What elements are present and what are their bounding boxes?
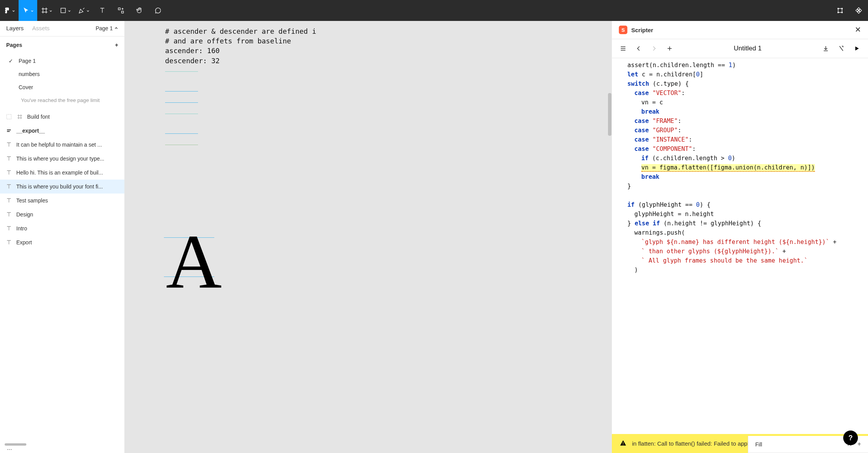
canvas-scrollbar[interactable] bbox=[608, 93, 611, 136]
layer-name: This is where you design your type... bbox=[16, 156, 104, 162]
glyph-preview: A bbox=[166, 223, 222, 300]
canvas[interactable]: # ascender & descender are defined i# an… bbox=[125, 21, 611, 453]
shape-tool-button[interactable] bbox=[56, 0, 74, 21]
script-doc-title[interactable]: Untitled 1 bbox=[682, 45, 814, 52]
layer-name: Build font bbox=[27, 114, 50, 120]
code-line: ` All glyph frames should be the same he… bbox=[627, 256, 868, 265]
help-button[interactable]: ? bbox=[843, 431, 858, 445]
frame-icon bbox=[16, 114, 23, 120]
layer-item[interactable]: Design bbox=[0, 207, 124, 221]
layer-name: This is where you build your font fi... bbox=[16, 183, 103, 190]
svg-rect-3 bbox=[838, 9, 842, 12]
typography-guides bbox=[165, 71, 198, 164]
text-icon bbox=[5, 225, 12, 232]
layer-item[interactable]: Intro bbox=[0, 221, 124, 235]
left-sidebar: Layers Assets Page 1 Pages + ✓Page 1numb… bbox=[0, 21, 125, 453]
svg-point-6 bbox=[838, 12, 839, 13]
frame-tool-button[interactable] bbox=[37, 0, 56, 21]
layer-name: It can be helpful to maintain a set ... bbox=[16, 142, 102, 148]
layer-item[interactable]: __export__ bbox=[0, 124, 124, 138]
boolean-tool-button[interactable] bbox=[849, 0, 868, 21]
text-tool-button[interactable] bbox=[93, 0, 112, 21]
page-selector[interactable]: Page 1 bbox=[96, 25, 118, 31]
code-line: warnings.push( bbox=[627, 228, 868, 237]
code-line: case "COMPONENT": bbox=[627, 144, 868, 154]
code-line: } bbox=[627, 182, 868, 191]
pages-header: Pages bbox=[6, 42, 22, 48]
align-tool-button[interactable] bbox=[831, 0, 849, 21]
svg-rect-10 bbox=[623, 444, 623, 445]
svg-rect-2 bbox=[122, 11, 124, 13]
layer-item[interactable]: It can be helpful to maintain a set ... bbox=[0, 138, 124, 152]
more-icon[interactable]: ⋯ bbox=[0, 446, 124, 453]
code-line: assert(n.children.length == 1) bbox=[627, 61, 868, 70]
layer-item[interactable]: Test samples bbox=[0, 194, 124, 207]
code-line: if (glyphHeight == 0) { bbox=[627, 200, 868, 209]
code-line: switch (c.type) { bbox=[627, 79, 868, 88]
check-icon: ✓ bbox=[9, 58, 14, 64]
add-fill-button[interactable]: + bbox=[858, 441, 861, 448]
scripter-logo-icon: S bbox=[619, 26, 627, 34]
code-line: vn = figma.flatten([figma.union(n.childr… bbox=[627, 163, 868, 172]
page-item[interactable]: You've reached the free page limit bbox=[0, 94, 124, 107]
svg-rect-0 bbox=[61, 8, 65, 13]
clear-icon[interactable] bbox=[838, 45, 845, 52]
svg-rect-1 bbox=[118, 8, 120, 10]
dashed-icon bbox=[5, 114, 12, 120]
pen-tool-button[interactable] bbox=[74, 0, 93, 21]
layer-name: Design bbox=[16, 211, 33, 218]
code-line: ) bbox=[627, 265, 868, 275]
code-line: let c = n.children[0] bbox=[627, 70, 868, 79]
hand-tool-button[interactable] bbox=[130, 0, 149, 21]
layer-item[interactable]: This is where you build your font fi... bbox=[0, 180, 124, 194]
code-line: case "VECTOR": bbox=[627, 88, 868, 98]
resources-button[interactable] bbox=[112, 0, 130, 21]
back-button[interactable] bbox=[635, 45, 642, 52]
add-page-button[interactable]: + bbox=[115, 42, 118, 48]
download-icon[interactable] bbox=[822, 45, 829, 52]
text-icon bbox=[5, 169, 12, 176]
hamburger-icon[interactable] bbox=[620, 45, 627, 52]
layer-name: __export__ bbox=[16, 128, 45, 134]
text-icon bbox=[5, 211, 12, 218]
layer-name: Intro bbox=[16, 225, 27, 232]
text-icon bbox=[5, 156, 12, 162]
code-line: ` than other glyphs (${glyphHeight}).` + bbox=[627, 247, 868, 256]
page-item[interactable]: ✓Page 1 bbox=[0, 54, 124, 67]
page-name: Cover bbox=[19, 84, 33, 90]
code-line: break bbox=[627, 172, 868, 182]
move-tool-button[interactable] bbox=[19, 0, 37, 21]
close-scripter-button[interactable] bbox=[855, 26, 861, 34]
forward-button[interactable] bbox=[651, 45, 658, 52]
code-line: break bbox=[627, 107, 868, 116]
layer-item[interactable]: Export bbox=[0, 235, 124, 249]
svg-point-7 bbox=[842, 12, 843, 13]
code-line: case "FRAME": bbox=[627, 116, 868, 126]
code-editor[interactable]: assert(n.children.length == 1)let c = n.… bbox=[612, 58, 868, 434]
svg-rect-8 bbox=[7, 114, 11, 119]
code-line: vn = c bbox=[627, 98, 868, 107]
new-script-button[interactable] bbox=[666, 45, 673, 52]
tab-layers[interactable]: Layers bbox=[6, 25, 24, 31]
svg-point-5 bbox=[842, 8, 843, 9]
code-line: case "GROUP": bbox=[627, 126, 868, 135]
canvas-code-text: # ascender & descender are defined i# an… bbox=[165, 26, 316, 66]
layer-item[interactable]: This is where you design your type... bbox=[0, 152, 124, 166]
warning-icon bbox=[620, 439, 627, 448]
page-name: Page 1 bbox=[19, 58, 36, 64]
page-selector-label: Page 1 bbox=[96, 25, 113, 31]
figma-menu-button[interactable] bbox=[0, 0, 19, 21]
layer-item[interactable]: Build font bbox=[0, 110, 124, 124]
run-button[interactable] bbox=[853, 45, 860, 52]
page-name: numbers bbox=[19, 71, 40, 77]
svg-rect-9 bbox=[623, 443, 623, 444]
code-line: if (c.children.length > 0) bbox=[627, 154, 868, 163]
page-item[interactable]: numbers bbox=[0, 67, 124, 81]
layer-item[interactable]: Hello hi. This is an example of buil... bbox=[0, 166, 124, 180]
tab-assets[interactable]: Assets bbox=[32, 25, 50, 31]
scripter-panel: S Scripter Untitled 1 assert(n.ch bbox=[611, 21, 868, 453]
comment-tool-button[interactable] bbox=[149, 0, 167, 21]
fill-label: Fill bbox=[755, 441, 762, 448]
layer-name: Test samples bbox=[16, 197, 48, 204]
page-item[interactable]: Cover bbox=[0, 81, 124, 94]
